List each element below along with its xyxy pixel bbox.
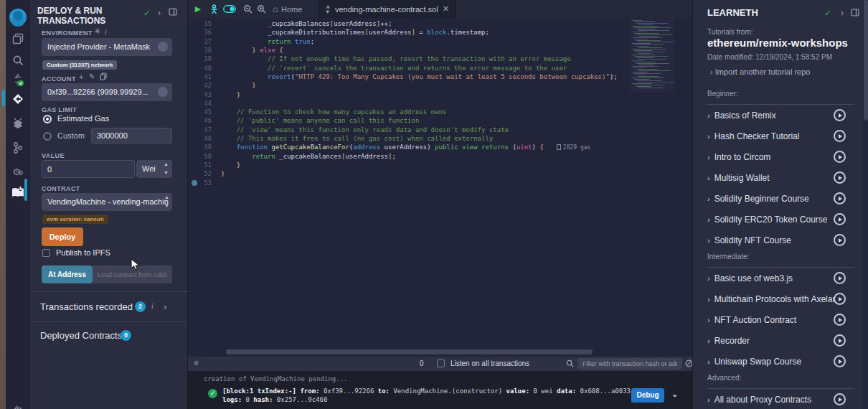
code-line[interactable]: 51 } bbox=[188, 161, 692, 169]
code-line[interactable]: 50 return _cupcakeBalances[userAddress]; bbox=[188, 152, 692, 161]
tutorial-item[interactable]: ›NFT Auction Contract bbox=[707, 309, 854, 330]
code-line[interactable]: 42 } bbox=[188, 81, 692, 90]
play-tutorial-icon[interactable] bbox=[834, 314, 846, 326]
scrollbar-thumb[interactable] bbox=[864, 0, 868, 121]
value-input[interactable] bbox=[42, 160, 135, 178]
line-number[interactable]: 44 bbox=[188, 99, 221, 108]
publish-ipfs-checkbox[interactable] bbox=[42, 249, 50, 257]
line-number[interactable]: 53 bbox=[188, 179, 221, 187]
breakpoint-dot[interactable] bbox=[192, 180, 197, 186]
tutorial-item[interactable]: ›Recorder bbox=[707, 330, 854, 351]
tutorial-item[interactable]: ›Multichain Protocols with Axelar bbox=[707, 288, 854, 309]
deploy-run-icon[interactable] bbox=[6, 90, 30, 108]
code-line[interactable]: 38 } else { bbox=[188, 46, 692, 55]
run-script-icon[interactable]: ▶ bbox=[191, 0, 205, 18]
learneth-scrollbar[interactable] bbox=[863, 0, 868, 409]
play-tutorial-icon[interactable] bbox=[834, 355, 846, 367]
tutorial-item[interactable]: ›Basic use of web3.js bbox=[707, 268, 854, 288]
tab-vending-machine-contract[interactable]: vending-machine-contract.sol ✕ bbox=[319, 0, 456, 18]
line-number[interactable]: 48 bbox=[188, 134, 221, 143]
tutorial-item[interactable]: ›Basics of Remix bbox=[707, 105, 854, 126]
code-line[interactable]: 52} bbox=[188, 169, 692, 178]
line-number[interactable]: 39 bbox=[188, 55, 221, 63]
play-tutorial-icon[interactable] bbox=[834, 171, 846, 184]
environment-info-icon[interactable]: i bbox=[105, 28, 107, 36]
file-explorer-icon[interactable] bbox=[6, 30, 30, 47]
home-icon[interactable]: ⌂ bbox=[270, 0, 281, 18]
environment-settings-icon[interactable] bbox=[158, 42, 168, 52]
code-line[interactable]: 47 // 'view' means this function only re… bbox=[188, 126, 692, 134]
tutorial-item[interactable]: ›All about Proxy Contracts bbox=[707, 389, 854, 409]
debugger-icon[interactable] bbox=[6, 115, 30, 132]
copy-account-icon[interactable] bbox=[100, 72, 107, 83]
code-line[interactable]: 39 // If not enough time has passed, rev… bbox=[188, 55, 692, 63]
unit-stepper-icon[interactable]: ▲▼ bbox=[164, 160, 169, 177]
code-line[interactable]: 41 revert("HTTP 429: Too Many Cupcakes (… bbox=[188, 72, 692, 81]
account-select[interactable]: 0xf39...92266 (9999.99929... bbox=[42, 83, 172, 101]
line-number[interactable]: 50 bbox=[188, 152, 221, 161]
horizontal-scrollbar[interactable] bbox=[226, 349, 593, 354]
play-tutorial-icon[interactable] bbox=[834, 334, 846, 347]
estimated-gas-radio[interactable] bbox=[43, 115, 52, 123]
contract-select[interactable]: VendingMachine - vending-machin ▲▼ bbox=[42, 193, 172, 211]
line-number[interactable]: 36 bbox=[188, 28, 221, 37]
play-tutorial-icon[interactable] bbox=[834, 293, 846, 305]
minimap[interactable] bbox=[630, 19, 674, 93]
line-number[interactable]: 42 bbox=[188, 81, 221, 90]
listen-checkbox[interactable] bbox=[437, 359, 445, 367]
search-icon[interactable] bbox=[6, 52, 30, 69]
transactions-info-icon[interactable]: i bbox=[151, 302, 154, 310]
panel-chevron-icon[interactable]: › bbox=[158, 8, 161, 18]
play-tutorial-icon[interactable] bbox=[834, 192, 846, 204]
code-line[interactable]: 36 _cupcakeDistributionTimes[userAddress… bbox=[188, 28, 692, 37]
code-line[interactable]: 53 bbox=[188, 179, 692, 187]
plugin-manager-icon[interactable]: ⚙⚙ bbox=[6, 163, 30, 180]
line-number[interactable]: 41 bbox=[188, 72, 221, 81]
deploy-button[interactable]: Deploy bbox=[42, 227, 83, 246]
play-tutorial-icon[interactable] bbox=[834, 272, 846, 284]
line-number[interactable]: 40 bbox=[188, 64, 221, 72]
tx-log-line[interactable]: logs: 0 hash: 0x257...9c460 bbox=[222, 396, 327, 403]
line-number[interactable]: 45 bbox=[188, 108, 221, 116]
play-tutorial-icon[interactable] bbox=[834, 109, 846, 121]
line-number[interactable]: 38 bbox=[188, 46, 221, 55]
line-number[interactable]: 43 bbox=[188, 90, 221, 99]
transactions-expand-icon[interactable]: › bbox=[164, 301, 166, 312]
tutorial-item[interactable]: ›Solidity Beginner Course bbox=[707, 188, 854, 209]
add-account-icon[interactable]: + bbox=[79, 72, 83, 81]
account-settings-icon[interactable] bbox=[158, 87, 168, 97]
remix-logo-icon[interactable] bbox=[6, 6, 30, 30]
play-tutorial-icon[interactable] bbox=[834, 130, 846, 142]
import-repo-link[interactable]: › Import another tutorial repo bbox=[710, 67, 810, 76]
tx-expand-icon[interactable]: ⌄ bbox=[671, 390, 678, 399]
code-line[interactable]: 48 // This makes it free to call (no gas… bbox=[188, 134, 692, 143]
transaction-filter-input[interactable] bbox=[577, 358, 682, 370]
home-tab[interactable]: Home bbox=[281, 0, 302, 18]
tutorial-item[interactable]: ›Uniswap Swap Course bbox=[707, 351, 854, 372]
line-number[interactable]: 49 bbox=[188, 143, 221, 151]
hand-icon[interactable] bbox=[6, 396, 30, 409]
custom-gas-input[interactable] bbox=[91, 128, 172, 144]
play-tutorial-icon[interactable] bbox=[834, 213, 846, 225]
code-editor[interactable]: 35 _cupcakeBalances[userAddress]++;36 _c… bbox=[188, 18, 692, 357]
play-tutorial-icon[interactable] bbox=[834, 393, 846, 405]
debug-button[interactable]: Debug bbox=[631, 388, 664, 403]
solidity-compiler-icon[interactable] bbox=[6, 71, 30, 88]
tutorial-item[interactable]: ›Intro to Circom bbox=[707, 146, 854, 167]
play-tutorial-icon[interactable] bbox=[834, 151, 846, 163]
line-number[interactable]: 52 bbox=[188, 169, 221, 178]
zoom-out-icon[interactable] bbox=[241, 0, 254, 18]
tx-log-line[interactable]: [block:1 txIndex:-] from: 0xf39...92266 … bbox=[222, 387, 631, 395]
code-line[interactable]: 45 // Function to check how many cupcake… bbox=[188, 108, 692, 116]
line-number[interactable]: 51 bbox=[188, 161, 221, 169]
tutorial-item[interactable]: ›Solidity NFT Course bbox=[707, 230, 854, 250]
tutorial-item[interactable]: ›Solidity ERC20 Token Course bbox=[707, 209, 854, 230]
line-number[interactable]: 35 bbox=[188, 19, 221, 28]
line-number[interactable]: 47 bbox=[188, 126, 221, 134]
code-line[interactable]: 40 // 'revert' cancels the transaction a… bbox=[188, 64, 692, 72]
tutorial-item[interactable]: ›Hash Checker Tutorial bbox=[707, 126, 854, 146]
theme-toggle-icon[interactable] bbox=[221, 0, 238, 18]
code-line[interactable]: 37 return true; bbox=[188, 37, 692, 46]
line-number[interactable]: 37 bbox=[188, 37, 221, 46]
panel-pin-icon[interactable] bbox=[169, 8, 177, 18]
